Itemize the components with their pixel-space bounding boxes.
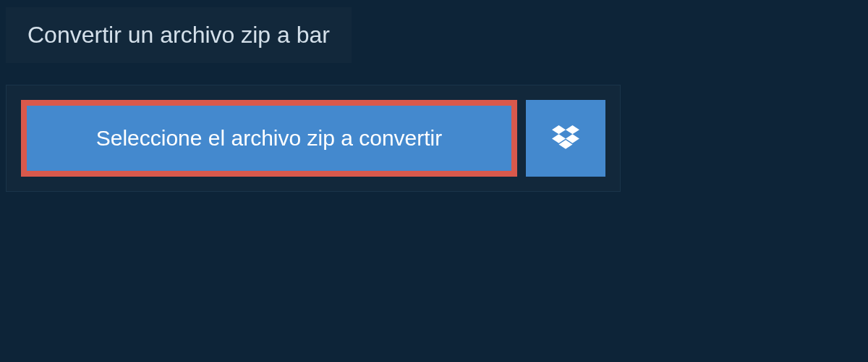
page-title: Convertir un archivo zip a bar bbox=[6, 7, 352, 63]
select-file-highlight: Seleccione el archivo zip a convertir bbox=[21, 100, 517, 177]
dropbox-icon bbox=[552, 125, 579, 151]
upload-panel: Seleccione el archivo zip a convertir bbox=[6, 85, 621, 192]
select-file-button[interactable]: Seleccione el archivo zip a convertir bbox=[27, 106, 511, 171]
app-container: Convertir un archivo zip a bar Seleccion… bbox=[0, 0, 868, 362]
dropbox-button[interactable] bbox=[526, 100, 605, 177]
